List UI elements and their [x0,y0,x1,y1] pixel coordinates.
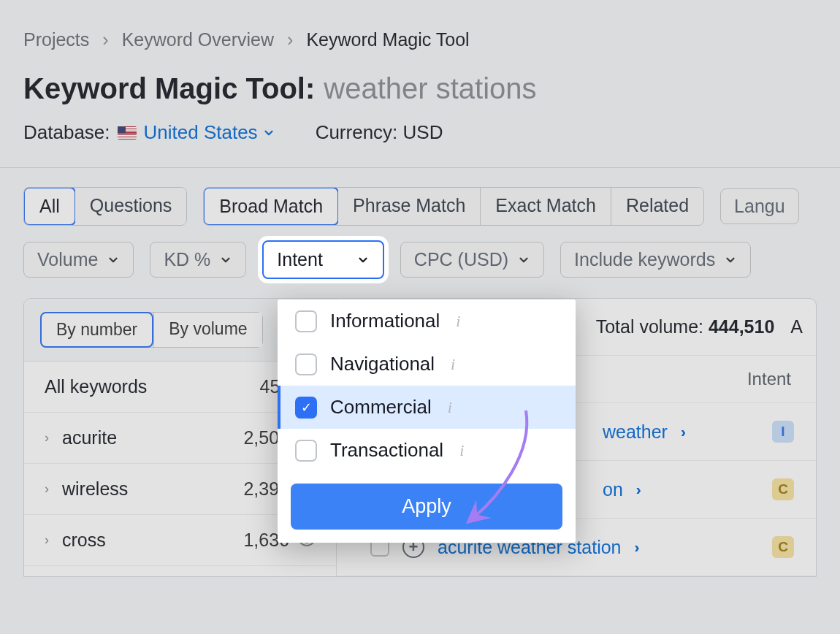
intent-badge-commercial: C [772,536,794,558]
avg-label: A [790,316,803,337]
info-icon[interactable]: i [448,398,452,417]
checkbox[interactable] [295,354,317,375]
currency-value: USD [403,121,443,143]
language-filter[interactable]: Langu [720,188,799,224]
currency-label: Currency: [316,121,398,143]
country-name: United States [144,121,258,144]
page-title: Keyword Magic Tool: weather stations [23,72,817,105]
chevron-down-icon [219,253,232,267]
intent-badge-informational: I [772,421,794,443]
intent-option-navigational[interactable]: Navigational i [278,343,576,386]
tab-questions[interactable]: Questions [75,188,187,225]
option-label: Commercial [330,396,432,419]
filter-cpc[interactable]: CPC (USD) [400,242,544,278]
chevron-right-icon: › [45,532,49,548]
filter-intent-label: Intent [277,249,323,270]
breadcrumb-current: Keyword Magic Tool [306,29,469,50]
filter-intent[interactable]: Intent [262,240,384,279]
filter-volume-label: Volume [37,249,98,270]
all-keywords-label: All keywords [45,376,147,397]
search-query: weather stations [324,72,536,105]
chevron-down-icon [262,126,275,140]
chevron-double-right-icon[interactable]: › › [635,539,635,556]
tool-name: Keyword Magic Tool: [23,72,315,105]
chevron-double-right-icon[interactable]: › › [681,424,681,440]
chevron-down-icon [356,253,370,267]
filter-include-label: Include keywords [574,249,715,270]
tab-broad-match[interactable]: Broad Match [203,187,339,226]
info-icon[interactable]: i [456,312,460,331]
filter-cpc-label: CPC (USD) [414,249,508,270]
option-label: Navigational [330,353,435,375]
total-volume-value: 444,510 [709,316,774,337]
checkbox-checked[interactable]: ✓ [295,397,317,419]
tab-all[interactable]: All [23,187,76,226]
breadcrumb-projects[interactable]: Projects [23,29,89,50]
keyword-link[interactable]: weather [603,421,668,443]
group-label: cross [62,530,106,551]
breadcrumb: Projects › Keyword Overview › Keyword Ma… [23,29,817,50]
info-icon[interactable]: i [451,355,455,374]
chevron-right-icon: › [45,481,49,497]
chevron-down-icon [724,253,737,267]
group-label: wireless [62,478,128,500]
database-label: Database: [23,121,110,144]
type-segmented: All Questions [23,187,187,226]
chevron-double-right-icon[interactable]: › › [636,481,637,498]
intent-badge-commercial: C [772,478,794,500]
match-segmented: Broad Match Phrase Match Exact Match Rel… [203,187,704,226]
meta-row: Database: United States Currency: USD [23,121,817,144]
keyword-link[interactable]: on [603,479,623,500]
filter-volume[interactable]: Volume [23,242,134,278]
tab-phrase-match[interactable]: Phrase Match [338,188,481,225]
apply-button[interactable]: Apply [291,484,562,530]
chevron-right-icon: › [102,29,108,50]
sort-by-volume[interactable]: By volume [153,313,261,347]
database-country[interactable]: United States [144,121,275,144]
option-label: Transactional [330,439,443,462]
checkbox[interactable] [295,440,317,462]
tab-exact-match[interactable]: Exact Match [481,188,611,225]
option-label: Informational [330,310,440,332]
sort-by-number[interactable]: By number [40,312,153,348]
column-intent[interactable]: Intent [747,369,791,389]
filter-include-keywords[interactable]: Include keywords [560,242,751,278]
intent-option-transactional[interactable]: Transactional i [278,429,576,472]
tab-related[interactable]: Related [611,188,703,225]
total-volume-label: Total volume: [596,316,703,337]
intent-option-commercial[interactable]: ✓ Commercial i [278,386,576,429]
chevron-right-icon: › [287,29,293,50]
sort-segmented: By number By volume [40,312,263,348]
checkbox[interactable] [295,310,317,332]
filter-kd[interactable]: KD % [150,242,246,278]
chevron-down-icon [517,253,530,267]
breadcrumb-keyword-overview[interactable]: Keyword Overview [122,29,274,50]
divider [0,167,840,168]
intent-dropdown: Informational i Navigational i ✓ Commerc… [278,299,576,543]
chevron-right-icon: › [45,430,49,446]
intent-option-informational[interactable]: Informational i [278,299,576,343]
filter-kd-label: KD % [164,249,210,270]
info-icon[interactable]: i [459,441,464,460]
chevron-down-icon [107,253,120,267]
us-flag-icon [118,126,137,140]
group-label: acurite [62,427,117,448]
